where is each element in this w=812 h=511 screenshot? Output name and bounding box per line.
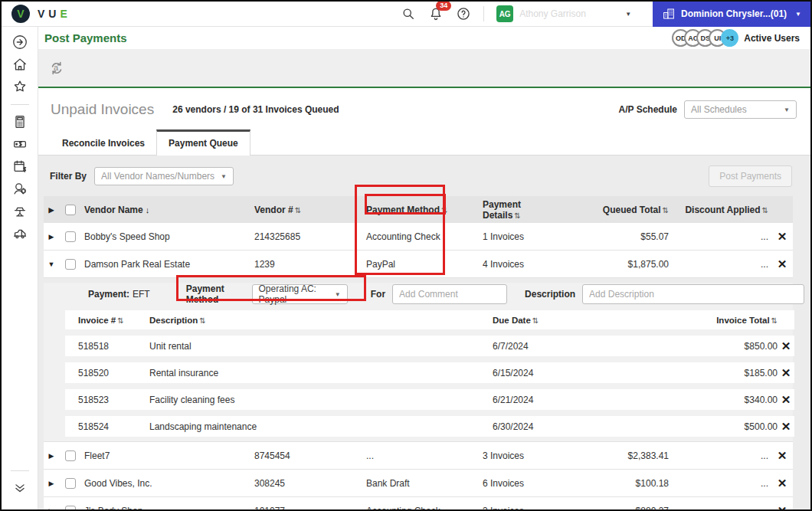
payment-type-label: Payment: — [88, 289, 129, 300]
row-checkbox[interactable] — [65, 259, 76, 270]
description-label: Description — [525, 289, 575, 300]
brand-e: E — [60, 8, 70, 20]
invoice-row: 518520 Rental insurance 6/15/2024 $185.0… — [65, 362, 794, 383]
expand-more-chevrons-icon[interactable] — [11, 480, 28, 496]
discount-applied-cell: ... — [672, 450, 771, 461]
auto-post-refresh-button[interactable]: a — [47, 59, 66, 77]
vue-logo-mark-icon: V — [17, 8, 24, 19]
sort-icon: ⇅ — [199, 316, 205, 325]
queued-total-cell: $55.07 — [561, 231, 672, 242]
vendor-row: ▶ J's Body Shop 101077 Accounting Check … — [44, 497, 793, 511]
store-selector-button[interactable]: Dominion Chrysler...(01) ▼ — [653, 2, 810, 27]
help-icon — [456, 6, 471, 21]
ap-schedule-select[interactable]: All Schedules ▼ — [684, 100, 797, 119]
col-payment-method[interactable]: Payment Method⇅ — [354, 205, 450, 215]
remove-invoice-button[interactable]: ✕ — [778, 420, 794, 434]
invoice-description-cell: Unit rental — [149, 341, 486, 352]
chevron-down-icon: ▼ — [329, 291, 341, 298]
select-all-checkbox[interactable] — [65, 205, 76, 215]
accounting-calculator-icon[interactable] — [11, 113, 28, 130]
post-payments-button[interactable]: Post Payments — [709, 165, 792, 187]
user-avatar[interactable]: AG — [496, 5, 513, 22]
vendor-filter-value: All Vendor Names/Numbers — [101, 171, 214, 182]
col-discount-applied[interactable]: Discount Applied⇅ — [672, 205, 771, 215]
col-invoice-number[interactable]: Invoice #⇅ — [65, 316, 149, 325]
payment-details-cell: 1 Invoices — [450, 231, 561, 242]
help-button[interactable] — [456, 6, 471, 21]
payment-controls-row: Payment: EFT Payment Method Operating AC… — [65, 283, 793, 306]
expand-row-caret-icon[interactable]: ▶ — [44, 452, 59, 460]
tab-reconcile-invoices[interactable]: Reconcile Invoices — [51, 132, 156, 155]
due-date-cell: 6/15/2024 — [486, 368, 701, 378]
vendor-number-cell: 8745454 — [254, 450, 354, 461]
payment-method-cell: PayPal — [354, 259, 450, 270]
remove-row-button[interactable]: ✕ — [771, 257, 793, 271]
row-checkbox[interactable] — [65, 478, 76, 489]
sidebar-divider — [11, 470, 29, 471]
expand-row-caret-icon[interactable]: ▶ — [44, 507, 59, 511]
user-menu-caret-icon[interactable]: ▼ — [625, 11, 631, 18]
notification-count-badge: 34 — [436, 1, 451, 11]
remove-invoice-button[interactable]: ✕ — [778, 366, 794, 380]
auto-refresh-a-glyph: a — [54, 63, 58, 72]
invoice-description-cell: Landscaping maintenance — [149, 421, 486, 432]
col-queued-total[interactable]: Queued Total⇅ — [561, 205, 672, 215]
row-checkbox[interactable] — [65, 450, 76, 461]
remove-row-button[interactable]: ✕ — [771, 230, 793, 244]
payment-method-cell: ... — [354, 450, 450, 461]
tab-payment-queue[interactable]: Payment Queue — [156, 129, 250, 156]
col-invoice-total[interactable]: Invoice Total⇅ — [701, 316, 778, 325]
payment-method-select[interactable]: Operating AC: Paypal ▼ — [252, 284, 348, 304]
for-label: For — [371, 289, 385, 300]
remove-row-button[interactable]: ✕ — [771, 449, 793, 463]
vendor-number-cell: 214325685 — [254, 231, 354, 242]
due-date-cell: 6/7/2024 — [486, 341, 701, 352]
customer-support-icon[interactable] — [11, 180, 28, 197]
tow-truck-icon[interactable] — [11, 224, 28, 241]
payment-schedule-calendar-icon[interactable] — [11, 158, 28, 175]
description-input[interactable] — [582, 284, 804, 304]
invoice-total-cell: $340.00 — [701, 395, 778, 405]
remove-invoice-button[interactable]: ✕ — [778, 339, 794, 353]
payment-details-cell: 6 Invoices — [450, 478, 561, 489]
discount-applied-cell: ... — [672, 478, 771, 489]
unpaid-invoices-table: ▶ Vendor Name↓ Vendor #⇅ Payment Method⇅… — [44, 196, 793, 511]
queued-total-cell: $2,383.41 — [561, 450, 672, 461]
remove-invoice-button[interactable]: ✕ — [778, 393, 794, 407]
comment-input[interactable] — [392, 284, 507, 304]
active-users-overflow-badge[interactable]: +3 — [721, 29, 738, 47]
invoice-row: 518524 Landscaping maintenance 6/30/2024… — [65, 416, 794, 437]
vendor-number-cell: 1239 — [254, 259, 354, 270]
vendor-filter-select[interactable]: All Vendor Names/Numbers ▼ — [94, 167, 234, 185]
invoice-description-cell: Rental insurance — [149, 368, 486, 378]
row-checkbox[interactable] — [65, 506, 76, 511]
collapse-row-caret-icon[interactable]: ▼ — [44, 260, 59, 268]
active-users-label: Active Users — [744, 33, 800, 44]
sort-icon: ⇅ — [762, 206, 768, 215]
col-payment-details[interactable]: Payment Details⇅ — [450, 199, 561, 221]
topbar-actions: 34 AG Athony Garrison ▼ Dominion Chrysle… — [401, 2, 810, 26]
row-checkbox[interactable] — [65, 231, 76, 242]
search-button[interactable] — [401, 6, 416, 21]
expand-row-caret-icon[interactable]: ▶ — [44, 233, 59, 241]
vendor-row: ▶ Fleet7 8745454 ... 3 Invoices $2,383.4… — [44, 442, 793, 470]
favorites-star-icon[interactable] — [11, 78, 28, 95]
navigate-forward-icon[interactable] — [11, 34, 28, 51]
expand-all-caret-icon[interactable]: ▶ — [44, 206, 59, 214]
service-lift-icon[interactable] — [11, 202, 28, 219]
sort-icon: ⇅ — [663, 206, 669, 215]
remove-row-button[interactable]: ✕ — [771, 504, 793, 511]
vendor-name-cell: Damson Park Real Estate — [82, 259, 254, 270]
home-icon[interactable] — [11, 56, 28, 73]
remove-row-button[interactable]: ✕ — [771, 477, 793, 490]
expand-row-caret-icon[interactable]: ▶ — [44, 480, 59, 487]
col-invoice-description[interactable]: Description⇅ — [149, 316, 486, 325]
store-selector-label: Dominion Chrysler...(01) — [681, 8, 787, 19]
sort-icon: ⇅ — [441, 206, 447, 215]
notifications-button[interactable]: 34 — [428, 6, 444, 21]
col-vendor-number[interactable]: Vendor #⇅ — [254, 205, 354, 215]
sort-icon: ⇅ — [771, 316, 778, 325]
col-due-date[interactable]: Due Date⇅ — [486, 316, 701, 325]
payables-price-tag-icon[interactable] — [11, 136, 28, 152]
col-vendor-name[interactable]: Vendor Name↓ — [82, 205, 254, 215]
